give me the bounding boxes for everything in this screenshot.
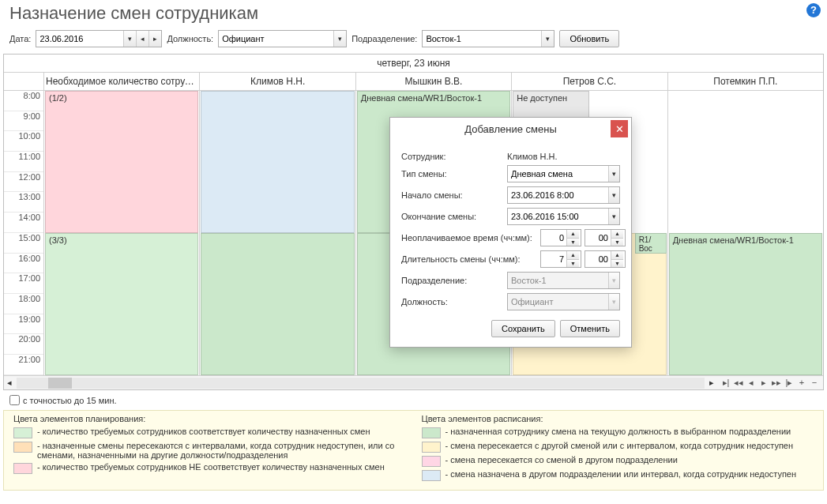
chevron-down-icon[interactable]: ▾ [333, 31, 346, 47]
shift-type-label: Тип смены: [401, 169, 502, 179]
spin-down-icon[interactable]: ▼ [611, 239, 623, 246]
position-input[interactable] [219, 31, 333, 47]
color-swatch [422, 427, 441, 438]
chevron-left-icon[interactable]: ◂ [136, 31, 148, 47]
required-block[interactable]: (3/3) [45, 233, 198, 375]
end-label: Окончание смены: [401, 212, 502, 221]
precision-label: с точностью до 15 мин. [23, 396, 117, 405]
last-icon[interactable]: |▸ [784, 378, 795, 388]
chevron-down-icon[interactable]: ▾ [541, 31, 554, 47]
chevron-right-icon[interactable]: ▸ [148, 31, 161, 47]
position-combo[interactable]: ▾ [218, 30, 347, 47]
date-combo[interactable]: ▾ ◂ ▸ [36, 30, 162, 47]
color-swatch [422, 470, 441, 481]
employee-column[interactable] [199, 91, 355, 375]
color-swatch [13, 463, 32, 474]
scroll-right-icon[interactable]: ▸ [706, 378, 717, 388]
duration-label: Длительность смены (чч:мм): [401, 254, 536, 264]
shift-type-combo[interactable]: ▾ [507, 165, 620, 182]
shift-type-input[interactable] [508, 166, 608, 182]
shift-block[interactable]: R1/Вос [635, 233, 667, 254]
dialog-position-label: Должность: [401, 297, 502, 307]
color-swatch [422, 442, 441, 453]
spin-up-icon[interactable]: ▲ [567, 230, 579, 239]
shift-block[interactable] [201, 233, 354, 375]
help-icon[interactable]: ? [806, 3, 821, 17]
date-input[interactable] [36, 31, 123, 47]
time-label: 15:00 [4, 233, 43, 254]
column-header: Петров С.С. [511, 73, 667, 90]
add-shift-dialog: Добавление смены ✕ Сотрудник: Климов Н.Н… [389, 117, 632, 348]
start-label: Начало смены: [401, 190, 502, 200]
prev-icon[interactable]: ◂ [746, 378, 757, 388]
time-label: 13:00 [4, 192, 43, 213]
chevron-down-icon[interactable]: ▾ [608, 187, 619, 203]
rewind-icon[interactable]: ◂◂ [733, 378, 744, 388]
division-combo[interactable]: ▾ [422, 30, 554, 47]
time-label: 9:00 [4, 111, 43, 132]
chevron-down-icon[interactable]: ▾ [123, 31, 136, 47]
toolbar: Дата: ▾ ◂ ▸ Должность: ▾ Подразделение: … [0, 28, 827, 54]
minus-icon[interactable]: − [809, 378, 820, 388]
spin-down-icon[interactable]: ▼ [567, 260, 579, 268]
color-swatch [422, 456, 441, 467]
unpaid-min-spinner[interactable]: ▲▼ [585, 229, 626, 246]
dialog-title: Добавление смены ✕ [390, 118, 631, 140]
scroll-thumb[interactable] [48, 378, 72, 389]
scroll-left-icon[interactable]: ◂ [4, 378, 15, 388]
time-label: 18:00 [4, 294, 43, 314]
refresh-button[interactable]: Обновить [559, 30, 619, 47]
employee-column[interactable]: Дневная смена/WR1/Восток-1 [667, 91, 823, 375]
shift-block[interactable] [201, 91, 354, 233]
duration-hours-spinner[interactable]: ▲▼ [540, 250, 581, 268]
save-button[interactable]: Сохранить [491, 320, 555, 337]
horizontal-scrollbar[interactable]: ◂ ▸ ▸| ◂◂ ◂ ▸ ▸▸ |▸ + − [4, 375, 823, 389]
spin-up-icon[interactable]: ▲ [567, 251, 579, 260]
duration-min-spinner[interactable]: ▲▼ [585, 250, 626, 268]
unpaid-min-input[interactable] [585, 230, 611, 246]
spin-down-icon[interactable]: ▼ [567, 239, 579, 246]
shift-block[interactable]: Дневная смена/WR1/Восток-1 [669, 233, 822, 375]
duration-min-input[interactable] [585, 251, 611, 267]
legend: Цвета элементов планирования: - количест… [3, 410, 824, 491]
start-combo[interactable]: ▾ [507, 186, 620, 204]
precision-checkbox[interactable] [9, 395, 20, 405]
forward-icon[interactable]: ▸▸ [771, 378, 782, 388]
unpaid-hours-spinner[interactable]: ▲▼ [540, 229, 581, 246]
next-icon[interactable]: ▸ [758, 378, 769, 388]
legend-text: - назначенные смены пересекаются с интер… [37, 441, 406, 460]
close-icon[interactable]: ✕ [611, 120, 628, 137]
spin-down-icon[interactable]: ▼ [611, 260, 623, 268]
required-column[interactable]: (1/2) (3/3) [43, 91, 199, 375]
end-input[interactable] [508, 209, 608, 224]
spin-up-icon[interactable]: ▲ [611, 230, 623, 239]
dialog-division-input [508, 273, 608, 288]
spin-up-icon[interactable]: ▲ [611, 251, 623, 260]
nav-buttons: ▸| ◂◂ ◂ ▸ ▸▸ |▸ + − [717, 378, 823, 388]
time-label: 12:00 [4, 172, 43, 193]
time-label: 17:00 [4, 273, 43, 294]
legend-text: - назначенная сотруднику смена на текущу… [445, 427, 791, 436]
date-label: Дата: [9, 34, 31, 43]
unpaid-hours-input[interactable] [541, 230, 566, 246]
start-input[interactable] [508, 187, 608, 203]
legend-text: - смена пересекается с другой сменой или… [445, 441, 794, 450]
scroll-track[interactable] [17, 378, 705, 389]
legend-title: Цвета элементов расписания: [422, 414, 814, 423]
time-label: 11:00 [4, 152, 43, 172]
first-icon[interactable]: ▸| [720, 378, 731, 388]
chevron-down-icon[interactable]: ▾ [608, 166, 619, 182]
dialog-position-combo: ▾ [507, 293, 620, 310]
time-label: 8:00 [4, 91, 43, 111]
plus-icon[interactable]: + [796, 378, 807, 388]
grid-date-header: четверг, 23 июня [4, 55, 823, 73]
division-input[interactable] [423, 31, 541, 47]
end-combo[interactable]: ▾ [507, 208, 620, 225]
duration-hours-input[interactable] [541, 251, 566, 267]
chevron-down-icon[interactable]: ▾ [608, 209, 619, 224]
required-block[interactable]: (1/2) [45, 91, 198, 233]
page-title: Назначение смен сотрудникам [0, 0, 827, 28]
column-headers: Необходимое количество сотруд... Климов … [4, 73, 823, 91]
cancel-button[interactable]: Отменить [560, 320, 620, 337]
dialog-division-label: Подразделение: [401, 276, 502, 285]
